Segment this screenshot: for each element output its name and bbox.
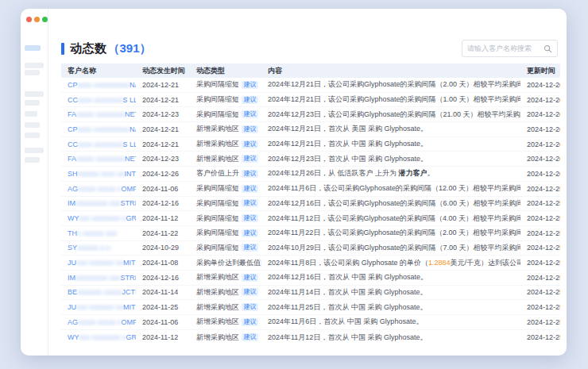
suggestion-badge[interactable]: 建议	[242, 81, 258, 89]
customer-name-link[interactable]: JUxxx xxxxxxx xxMITED	[61, 259, 136, 267]
suggestion-badge[interactable]: 建议	[242, 185, 258, 193]
update-date: 2024-12-25	[520, 288, 560, 296]
suggestion-badge[interactable]: 建议	[242, 303, 258, 311]
event-date: 2024-11-12	[136, 214, 190, 222]
customer-name-link[interactable]: CCxxxx xxxxxxxxS LLC	[61, 140, 136, 148]
customer-name-prefix: AG	[68, 318, 78, 326]
table-row[interactable]: FAxxxxx xxxxxxxxNET...2024-12-23新增采购地区建议…	[61, 152, 560, 167]
customer-name-masked: xxxxxxx xxxxx	[77, 288, 122, 296]
table-row[interactable]: CPxxxx xxxxxxxxxxNAL L...2024-12-21采购间隔缩…	[61, 78, 560, 93]
update-date: 2024-12-26	[520, 96, 560, 104]
customer-name-link[interactable]: IMxxxxxxxxx xxxSTRIA...	[61, 199, 136, 207]
customer-name-link[interactable]: IMxxxxxxxxx xxxSTRIA...	[61, 274, 136, 282]
suggestion-badge[interactable]: 建议	[242, 140, 258, 148]
event-date: 2024-11-22	[136, 229, 190, 237]
suggestion-badge[interactable]: 建议	[242, 110, 258, 118]
table-row[interactable]: CCxxxx xxxxxxxxS LLC2024-12-21新增采购地区建议20…	[61, 137, 560, 152]
customer-name-suffix: NAL L...	[130, 125, 136, 133]
suggestion-badge[interactable]: 建议	[242, 214, 258, 222]
event-type-label: 采购间隔缩短	[196, 183, 239, 194]
customer-name-prefix: CP	[68, 125, 78, 133]
suggestion-badge[interactable]: 建议	[242, 170, 258, 178]
customer-name-link[interactable]: CPxxxx xxxxxxxxxxNAL L...	[61, 125, 136, 133]
sidebar-item-placeholder[interactable]	[25, 63, 44, 68]
update-date: 2024-12-26	[520, 125, 560, 133]
table-row[interactable]: JUxxx xxxxxxx xxMITED2024-11-25新增采购地区建议2…	[61, 300, 560, 315]
sidebar-item-placeholder[interactable]	[25, 111, 37, 117]
table-row[interactable]: CPxxxx xxxxxxxxxxNAL L...2024-12-21新增采购地…	[61, 122, 560, 137]
table-row[interactable]: CCxxxx xxxxxxxxS LLC2024-12-21采购间隔缩短建议20…	[61, 93, 560, 108]
sidebar-item-placeholder[interactable]	[25, 100, 40, 106]
event-type-label: 采购间隔缩短	[196, 228, 239, 238]
customer-name-link[interactable]: WYxxx xxxxxxxx xGRIC ...	[61, 333, 136, 341]
suggestion-badge[interactable]: 建议	[242, 155, 258, 163]
customer-name-suffix: GRIC ...	[126, 333, 136, 341]
table-row[interactable]: WYxxx xxxxxxxx xGRIC ...2024-11-12采购间隔缩短…	[61, 211, 560, 226]
customer-name-prefix: IM	[68, 199, 75, 207]
table-row[interactable]: IMxxxxxxxxx xxxSTRIA...2024-12-16新增采购地区建…	[61, 271, 560, 286]
event-type-label: 新增采购地区	[196, 287, 239, 298]
content-text: 2024年11月12日，该公司采购Glyphosate的采购间隔（4.00 天）…	[268, 214, 520, 222]
customer-name-prefix: TH	[68, 229, 77, 237]
customer-name-link[interactable]: AGxxxxx xxxxx xOMPA...	[61, 185, 136, 193]
sidebar-item-placeholder[interactable]	[25, 91, 44, 97]
search-box[interactable]	[462, 40, 558, 57]
table-row[interactable]: BExxxxxxx xxxxxJCTIO...2024-11-14新增采购地区建…	[61, 286, 560, 301]
customer-name-link[interactable]: WYxxx xxxxxxxx xGRIC ...	[61, 214, 136, 222]
table-row[interactable]: JUxxx xxxxxxx xxMITED2024-11-08采购单价达到最低值…	[61, 256, 560, 271]
customer-name-link[interactable]: THx xxxxxx xxx	[61, 229, 136, 237]
suggestion-badge[interactable]: 建议	[242, 244, 258, 252]
suggestion-badge[interactable]: 建议	[242, 125, 258, 133]
content-text: 2024年12月21日，该公司采购Glyphosate的采购间隔（2.00 天）…	[268, 80, 520, 88]
highlight-value: 1.2884	[428, 259, 451, 267]
table-row[interactable]: SYxxxxxx x.x.2024-10-29采购间隔缩短建议2024年10月2…	[61, 241, 560, 256]
event-date: 2024-12-21	[136, 125, 190, 133]
sidebar-item-placeholder[interactable]	[25, 122, 40, 128]
suggestion-badge[interactable]: 建议	[242, 288, 258, 296]
customer-name-link[interactable]: FAxxxxx xxxxxxxxNET...	[61, 155, 136, 163]
customer-name-link[interactable]: JUxxx xxxxxxx xxMITED	[61, 303, 136, 311]
sidebar-item-placeholder[interactable]	[25, 157, 40, 163]
customer-name-link[interactable]: SHxxxxxx xxxx xxINTER...	[61, 170, 136, 178]
customer-name-link[interactable]: FAxxxxx xxxxxxxxNET...	[61, 110, 136, 118]
sidebar-item-placeholder[interactable]	[25, 70, 40, 75]
suggestion-badge[interactable]: 建议	[242, 96, 258, 104]
table-row[interactable]: FAxxxxx xxxxxxxxNET...2024-12-23采购间隔缩短建议…	[61, 107, 560, 122]
search-icon[interactable]	[544, 44, 552, 53]
table-row[interactable]: AGxxxxx xxxxx xOMPA...2024-11-06新增采购地区建议…	[61, 315, 560, 330]
sidebar-item-placeholder[interactable]	[25, 133, 40, 138]
suggestion-badge[interactable]: 建议	[242, 318, 258, 326]
table-row[interactable]: IMxxxxxxxxx xxxSTRIA...2024-12-16采购间隔缩短建…	[61, 197, 560, 212]
sidebar-item-placeholder-active[interactable]	[25, 45, 41, 51]
event-date: 2024-11-06	[136, 185, 190, 193]
event-date: 2024-10-29	[136, 244, 190, 252]
event-content: 2024年11月8日，该公司采购 Glyphosate 的单价（1.2884美元…	[261, 258, 520, 268]
event-content: 2024年12月21日，该公司采购Glyphosate的采购间隔（1.00 天）…	[261, 94, 520, 105]
customer-name-link[interactable]: AGxxxxx xxxxx xOMPA...	[61, 318, 136, 326]
table-row[interactable]: AGxxxxx xxxxx xOMPA...2024-11-06采购间隔缩短建议…	[61, 182, 560, 197]
content-text: 2024年11月8日，该公司采购 Glyphosate 的单价（	[268, 259, 428, 267]
suggestion-badge[interactable]: 建议	[242, 274, 258, 282]
table-row[interactable]: WYxxx xxxxxxxx xGRIC ...2024-11-12新增采购地区…	[61, 330, 560, 345]
event-type-label: 采购间隔缩短	[196, 198, 239, 209]
event-type-label: 新增采购地区	[196, 272, 239, 283]
customer-name-link[interactable]: CPxxxx xxxxxxxxxxNAL L...	[61, 81, 136, 89]
suggestion-badge[interactable]: 建议	[242, 333, 258, 341]
customer-name-prefix: CC	[68, 140, 78, 148]
table-row[interactable]: THx xxxxxx xxx2024-11-22采购间隔缩短建议2024年11月…	[61, 226, 560, 241]
suggestion-badge[interactable]: 建议	[242, 229, 258, 237]
sidebar-item-placeholder[interactable]	[25, 148, 44, 153]
search-input[interactable]	[467, 44, 544, 52]
customer-name-prefix: WY	[68, 333, 79, 341]
event-type-cell: 采购单价达到最低值建议	[190, 258, 261, 268]
suggestion-badge[interactable]: 建议	[242, 199, 258, 207]
table-row[interactable]: SHxxxxxx xxxx xxINTER...2024-12-26客户价值上升…	[61, 167, 560, 182]
customer-name-link[interactable]: CCxxxx xxxxxxxxS LLC	[61, 96, 136, 104]
content-text: 2024年11月14日，首次从 中国 采购 Glyphosate。	[268, 288, 427, 296]
customer-name-link[interactable]: SYxxxxxx x.x.	[61, 244, 136, 252]
event-content: 2024年11月12日，首次从 中国 采购 Glyphosate。	[261, 332, 520, 343]
content-text: 。	[427, 169, 435, 177]
event-type-label: 采购单价达到最低值	[196, 258, 261, 268]
event-type-cell: 新增采购地区建议	[190, 317, 261, 327]
customer-name-link[interactable]: BExxxxxxx xxxxxJCTIO...	[61, 288, 136, 296]
